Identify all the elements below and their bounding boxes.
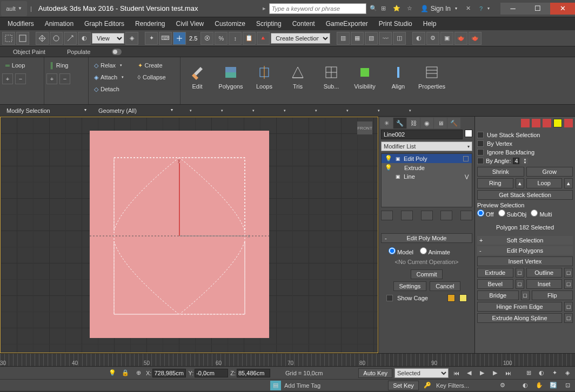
ring-button[interactable]: ║Ring (46, 59, 86, 71)
ignore-backfacing-checkbox[interactable] (477, 149, 484, 156)
coord-icon[interactable]: ⊕ (133, 368, 144, 378)
viewcube[interactable]: FRONT (357, 121, 372, 134)
percent-snap-icon[interactable]: % (215, 32, 228, 45)
keyboard-shortcut-icon[interactable]: ⌨ (159, 32, 172, 45)
inset-settings-icon[interactable]: □ (564, 279, 573, 289)
rollout-header[interactable]: -Edit Poly Mode (381, 233, 472, 243)
menu-rendering[interactable]: Rendering (130, 18, 170, 30)
loop-shrink-button[interactable]: − (15, 73, 26, 84)
collapse-button[interactable]: ◊Collapse (135, 71, 178, 83)
edit-polygons-rollout[interactable]: -Edit Polygons (477, 246, 573, 255)
play-icon[interactable]: ▶ (477, 368, 487, 378)
named-selection-dropdown[interactable]: Create Selection Se (271, 33, 330, 44)
mirror-icon[interactable]: 🔺 (257, 32, 270, 45)
z-input[interactable] (237, 369, 270, 377)
modify-selection-dropdown[interactable]: Modify Selection (2, 106, 89, 115)
bevel-button[interactable]: Bevel (477, 279, 513, 289)
show-end-result-icon[interactable] (401, 211, 413, 220)
key-filters-button[interactable]: Key Filters... (436, 382, 469, 389)
element-icon[interactable] (564, 119, 573, 127)
selected-geometry[interactable]: y x (90, 131, 269, 338)
object-name-input[interactable] (381, 130, 463, 139)
hinge-button[interactable]: Hinge From Edge (477, 302, 562, 312)
ref-coord-dropdown[interactable]: View (92, 33, 124, 44)
loops-button[interactable]: Loops (249, 58, 280, 95)
configure-sets-icon[interactable] (460, 211, 472, 220)
key-icon[interactable]: 🔑 (422, 381, 433, 390)
menu-modifiers[interactable]: Modifiers (2, 18, 39, 30)
lock-icon[interactable]: 💡 (107, 368, 118, 378)
preview-multi-radio[interactable]: Multi (531, 209, 552, 218)
infocenter-icon[interactable]: ⊞ (378, 3, 389, 14)
utilities-tab-icon[interactable]: 🔨 (447, 118, 460, 129)
next-frame-icon[interactable]: ▶ (490, 368, 500, 378)
get-stack-button[interactable]: Get Stack Selection (477, 190, 573, 200)
by-angle-checkbox[interactable] (477, 158, 484, 164)
bridge-settings-icon[interactable]: □ (521, 290, 530, 300)
render-setup-icon[interactable]: ⚙ (426, 32, 439, 45)
auto-key-button[interactable]: Auto Key (358, 368, 392, 378)
soft-selection-rollout[interactable]: +Soft Selection (477, 236, 573, 245)
extrude-button[interactable]: Extrude (477, 268, 513, 278)
key-mode-dropdown[interactable]: Selected (395, 368, 449, 378)
menu-scripting[interactable]: Scripting (251, 18, 287, 30)
angle-snap-icon[interactable]: ⦿ (200, 32, 213, 45)
align-icon[interactable]: ▥ (337, 32, 350, 45)
menu-print-studio[interactable]: Print Studio (373, 18, 418, 30)
remove-modifier-icon[interactable] (440, 211, 452, 220)
selection-window-icon[interactable] (16, 32, 29, 45)
preview-subobj-radio[interactable]: SubObj (498, 209, 527, 218)
outline-button[interactable]: Outline (526, 268, 563, 278)
bevel-settings-icon[interactable]: □ (516, 279, 524, 289)
help-search-input[interactable] (269, 3, 366, 14)
search-icon[interactable]: 🔍 (370, 5, 377, 12)
spinner-snap-icon[interactable]: ↕ (229, 32, 242, 45)
extrude-spline-settings-icon[interactable]: □ (564, 313, 573, 323)
stack-extrude[interactable]: 💡Extrude (382, 163, 472, 172)
loop-spin[interactable]: ▴ (564, 178, 573, 188)
menu-animation[interactable]: Animation (39, 18, 79, 30)
rendered-frame-icon[interactable]: ▣ (440, 32, 453, 45)
motion-tab-icon[interactable]: ◉ (420, 118, 433, 129)
minimize-button[interactable]: ─ (500, 3, 525, 15)
tris-button[interactable]: Tris (282, 58, 313, 95)
ring-spin[interactable]: ▴ (516, 178, 524, 188)
object-color-swatch[interactable] (465, 130, 472, 137)
spin-down-icon[interactable]: ▼ (521, 161, 528, 164)
menu-graph-editors[interactable]: Graph Editors (79, 18, 130, 30)
modifier-stack[interactable]: 💡▣Edit Poly 💡Extrude ▣Line⋁ (381, 153, 472, 207)
close-button[interactable]: ✕ (550, 3, 575, 15)
nav-icon1[interactable]: ⊞ (523, 368, 534, 378)
layers-icon[interactable]: ▦ (351, 32, 364, 45)
render-production-icon[interactable]: 🫖 (469, 32, 482, 45)
attach-button[interactable]: ◈Attach▾ (91, 71, 135, 83)
use-stack-checkbox[interactable] (477, 132, 484, 138)
settings-button[interactable]: Settings (393, 281, 427, 291)
edit-button[interactable]: Edit (182, 58, 213, 95)
loop-button[interactable]: ═Loop (2, 59, 42, 71)
selection-region-icon[interactable] (2, 32, 15, 45)
viewport[interactable]: y x FRONT (0, 117, 378, 353)
ring-button[interactable]: Ring (477, 178, 513, 188)
maximize-button[interactable]: ☐ (525, 3, 550, 15)
border-icon[interactable] (543, 119, 551, 127)
app-menu-dropdown[interactable]: ault ▼ (1, 1, 27, 16)
pin-stack-icon[interactable] (381, 211, 393, 220)
render-icon[interactable]: 🫖 (454, 32, 467, 45)
by-vertex-checkbox[interactable] (477, 140, 484, 147)
angle-spinner[interactable] (513, 158, 519, 164)
script-listener-icon[interactable]: ▤ (270, 381, 281, 390)
menu-customize[interactable]: Customize (209, 18, 251, 30)
hierarchy-tab-icon[interactable]: ⛓ (407, 118, 420, 129)
nav-icon8[interactable]: ⊡ (562, 381, 573, 390)
geometry-dropdown[interactable]: Geometry (All) (94, 106, 175, 115)
show-cage-checkbox[interactable] (386, 295, 393, 301)
outline-settings-icon[interactable]: □ (564, 268, 573, 278)
extrude-settings-icon[interactable]: □ (516, 268, 524, 278)
snap-toggle-icon[interactable] (173, 32, 186, 45)
menu-help[interactable]: Help (418, 18, 442, 30)
edge-icon[interactable] (532, 119, 540, 127)
cage-color2[interactable] (459, 294, 467, 302)
modifier-list-dropdown[interactable]: Modifier List▾ (381, 141, 472, 151)
make-unique-icon[interactable] (421, 211, 433, 220)
